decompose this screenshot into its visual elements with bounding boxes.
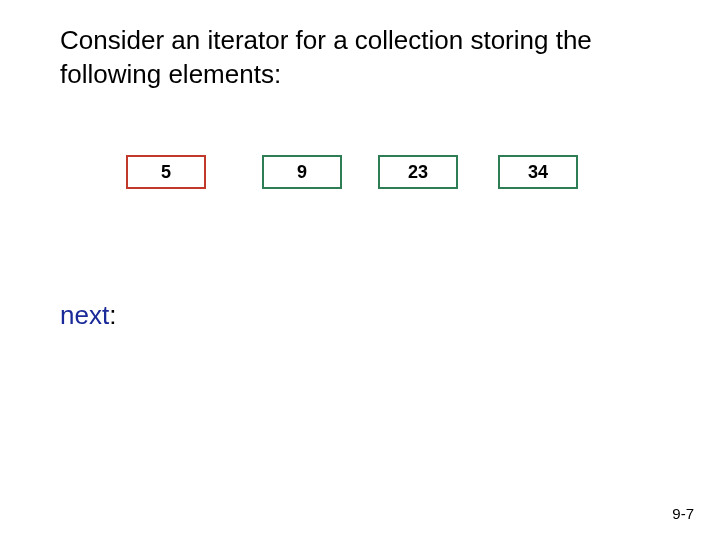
- slide-heading: Consider an iterator for a collection st…: [60, 24, 640, 92]
- next-pointer-label: next:: [60, 300, 116, 331]
- page-number: 9-7: [672, 505, 694, 522]
- next-word: next: [60, 300, 109, 330]
- collection-element-2: 23: [378, 155, 458, 189]
- collection-element-1: 9: [262, 155, 342, 189]
- next-colon: :: [109, 300, 116, 330]
- collection-element-0: 5: [126, 155, 206, 189]
- collection-element-3: 34: [498, 155, 578, 189]
